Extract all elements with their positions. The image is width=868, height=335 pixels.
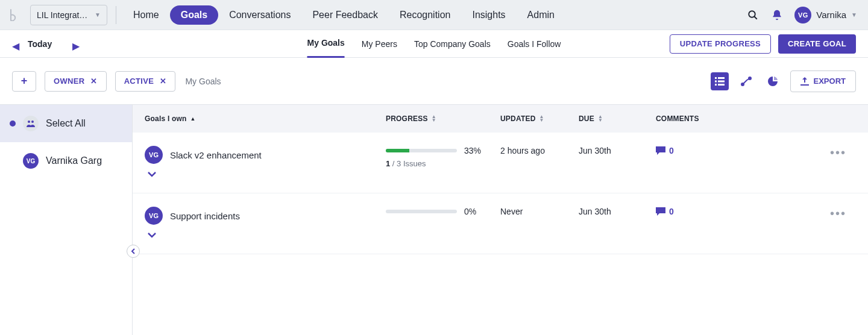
svg-point-0 <box>749 11 756 17</box>
view-toggle <box>711 72 782 90</box>
chevron-down-icon: ▼ <box>95 11 101 18</box>
collapse-sidebar-button[interactable] <box>127 245 140 258</box>
export-label: EXPORT <box>814 77 846 86</box>
svg-point-10 <box>28 121 30 123</box>
current-period-label: Today <box>28 39 64 49</box>
filter-chip-label: OWNER <box>54 77 84 86</box>
owner-sidebar: Select All VG Varnika Garg <box>0 105 133 335</box>
main-area: Select All VG Varnika Garg Goals I own ▲… <box>0 105 868 335</box>
upload-icon <box>800 77 809 86</box>
avatar: VG <box>145 146 163 164</box>
sidebar-item-label: Varnika Garg <box>46 155 102 166</box>
filter-chip-active[interactable]: ACTIVE ✕ <box>115 71 176 92</box>
team-selector[interactable]: LIL Integrat… ▼ <box>30 5 107 25</box>
chevron-down-icon[interactable] <box>147 230 240 240</box>
table-header: Goals I own ▲ PROGRESS ▲▼ UPDATED ▲▼ DUE… <box>133 105 868 133</box>
nav-recognition[interactable]: Recognition <box>389 0 462 30</box>
sidebar-item-select-all[interactable]: Select All <box>0 105 132 142</box>
sort-icon: ▲▼ <box>432 115 436 122</box>
tree-view-icon[interactable] <box>737 72 755 90</box>
svg-rect-4 <box>715 80 717 82</box>
chart-view-icon[interactable] <box>764 72 782 90</box>
sidebar-item-label: Select All <box>46 118 86 129</box>
col-header-label: Goals I own <box>145 114 187 123</box>
due-cell: Jun 30th <box>579 207 656 216</box>
sidebar-item-user[interactable]: VG Varnika Garg <box>0 142 132 180</box>
sort-icon: ▲▼ <box>539 115 544 122</box>
people-icon <box>23 116 39 131</box>
prev-period-button[interactable]: ◀ <box>12 40 19 48</box>
tab-my-goals[interactable]: My Goals <box>307 30 345 58</box>
chevron-down-icon[interactable] <box>147 169 262 180</box>
update-progress-button[interactable]: UPDATE PROGRESS <box>670 34 771 54</box>
filter-chip-label: ACTIVE <box>124 77 154 86</box>
top-nav: LIL Integrat… ▼ Home Goals Conversations… <box>0 0 868 30</box>
tab-goals-i-follow[interactable]: Goals I Follow <box>508 30 561 58</box>
progress-bar <box>386 210 457 213</box>
progress-percent: 0% <box>464 207 476 216</box>
comments-count: 0 <box>669 146 674 155</box>
progress-percent: 33% <box>464 146 481 155</box>
comments-count: 0 <box>669 207 674 216</box>
user-name: Varnika <box>816 10 846 20</box>
add-filter-button[interactable]: + <box>12 71 36 92</box>
updated-cell: Never <box>500 207 579 216</box>
svg-rect-5 <box>718 80 725 82</box>
comment-icon <box>656 207 665 216</box>
nav-admin[interactable]: Admin <box>517 0 565 30</box>
next-period-button[interactable]: ▶ <box>72 40 80 48</box>
updated-cell: 2 hours ago <box>500 146 579 155</box>
radio-icon <box>10 121 16 127</box>
goals-subtabs: My Goals My Peers Top Company Goals Goal… <box>307 30 561 58</box>
create-goal-button[interactable]: CREATE GOAL <box>778 34 856 54</box>
sort-icon: ▲▼ <box>598 115 603 122</box>
nav-conversations[interactable]: Conversations <box>218 0 301 30</box>
close-icon[interactable]: ✕ <box>160 77 166 86</box>
col-header-updated[interactable]: UPDATED ▲▼ <box>500 114 579 123</box>
user-menu[interactable]: VG Varnika ▼ <box>794 7 857 23</box>
brand-logo <box>7 8 22 22</box>
nav-goals[interactable]: Goals <box>170 5 218 25</box>
col-header-title[interactable]: Goals I own ▲ <box>145 114 386 123</box>
table-row[interactable]: VG Support incidents 0% Never Jun 30th <box>133 193 868 254</box>
svg-rect-7 <box>718 84 725 86</box>
tab-top-company-goals[interactable]: Top Company Goals <box>414 30 491 58</box>
nav-home[interactable]: Home <box>122 0 170 30</box>
list-view-icon[interactable] <box>711 72 729 90</box>
row-menu-button[interactable]: ••• <box>830 207 856 221</box>
team-selector-label: LIL Integrat… <box>37 10 87 20</box>
close-icon[interactable]: ✕ <box>90 77 97 86</box>
tab-my-peers[interactable]: My Peers <box>362 30 397 58</box>
svg-point-11 <box>31 121 34 123</box>
sort-asc-icon: ▲ <box>190 116 196 122</box>
issues-count: 1 / 3 Issues <box>386 159 500 168</box>
due-cell: Jun 30th <box>579 146 656 155</box>
chevron-down-icon: ▼ <box>851 11 857 18</box>
comments-button[interactable]: 0 <box>656 146 752 155</box>
bell-icon[interactable] <box>770 8 784 22</box>
progress-bar <box>386 149 457 152</box>
col-header-comments: COMMENTS <box>656 114 752 123</box>
svg-line-1 <box>755 16 758 19</box>
nav-insights[interactable]: Insights <box>461 0 516 30</box>
svg-rect-2 <box>715 77 717 79</box>
divider <box>116 6 116 24</box>
export-button[interactable]: EXPORT <box>790 70 856 92</box>
filter-bar: + OWNER ✕ ACTIVE ✕ My Goals EXPORT <box>0 58 868 105</box>
col-header-label: COMMENTS <box>656 114 699 123</box>
comment-icon <box>656 146 665 155</box>
search-icon[interactable] <box>746 8 760 22</box>
goal-name: Slack v2 enhancement <box>170 150 262 160</box>
table-row[interactable]: VG Slack v2 enhancement 33% 1 / 3 Issues <box>133 133 868 193</box>
col-header-label: PROGRESS <box>386 114 428 123</box>
row-menu-button[interactable]: ••• <box>830 146 856 160</box>
breadcrumb: My Goals <box>185 77 221 86</box>
comments-button[interactable]: 0 <box>656 207 752 216</box>
avatar: VG <box>794 7 811 23</box>
avatar: VG <box>23 153 39 169</box>
col-header-due[interactable]: DUE ▲▼ <box>579 114 656 123</box>
nav-peer-feedback[interactable]: Peer Feedback <box>301 0 389 30</box>
svg-rect-6 <box>715 84 717 86</box>
filter-chip-owner[interactable]: OWNER ✕ <box>45 71 107 92</box>
col-header-progress[interactable]: PROGRESS ▲▼ <box>386 114 500 123</box>
